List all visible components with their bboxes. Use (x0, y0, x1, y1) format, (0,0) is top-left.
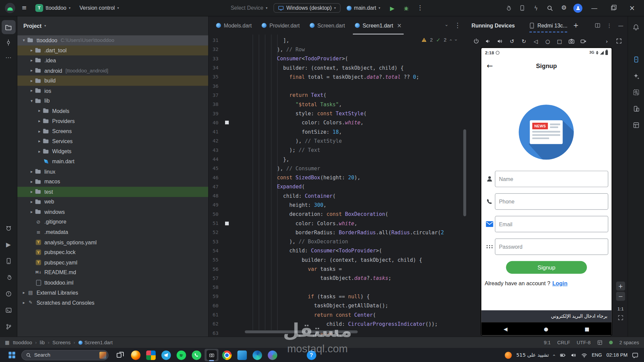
layout-icon[interactable] (629, 118, 643, 132)
line-number[interactable]: 34 (209, 65, 225, 71)
code-line-62[interactable]: 62 child: CircularProgressIndicator()); (209, 319, 467, 328)
chevron-right-icon[interactable]: ▸ (28, 79, 35, 83)
terminal-icon[interactable] (1, 303, 15, 317)
window-layout-icon[interactable]: ▦ (5, 340, 10, 345)
line-number[interactable]: 40 (209, 120, 225, 125)
code-line-41[interactable]: 41 fontSize: 18, (209, 127, 467, 136)
line-number[interactable]: 52 (209, 230, 225, 235)
code-line-32[interactable]: 32 ), // Row (209, 45, 467, 54)
zoom-reset[interactable]: 1:1 (618, 306, 624, 311)
phone-input[interactable]: Phone (495, 193, 608, 210)
tree-item-pubspec-yaml[interactable]: pubspec.yaml (17, 257, 208, 267)
code-line-50[interactable]: 50 decoration: const BoxDecoration( (209, 209, 467, 219)
tree-item-build[interactable]: ▸build (17, 76, 208, 86)
taskbar-search[interactable]: Search (21, 350, 109, 360)
add-device-icon[interactable]: + (573, 22, 579, 29)
line-number[interactable]: 43 (209, 147, 225, 153)
breadcrumb-screens[interactable]: Screens (52, 340, 70, 345)
code-line-54[interactable]: 54 child: Consumer<TodoProvider>( (209, 246, 467, 255)
line-number[interactable]: 41 (209, 129, 225, 135)
code-line-35[interactable]: 35 final total = taskObject.data?.total … (209, 72, 467, 81)
line-number[interactable]: 32 (209, 47, 225, 52)
taskbar-app-telegram[interactable] (159, 349, 173, 361)
device-screen[interactable]: 2:18 3G ← Signup (481, 48, 611, 335)
hidden-tabs-icon[interactable]: › (444, 24, 449, 26)
tray-notification-text[interactable]: تشييد على 515 (516, 352, 549, 358)
git-icon[interactable] (1, 320, 15, 334)
tree-item-models[interactable]: ▸Models (17, 106, 208, 116)
search-everywhere-button[interactable] (544, 2, 556, 14)
password-input[interactable]: Password (495, 238, 608, 255)
chevron-right-icon[interactable]: ▸ (28, 190, 35, 194)
code-line-55[interactable]: 55 builder: (context, taskObject, child)… (209, 255, 467, 264)
taskbar-app-whatsapp[interactable] (189, 349, 203, 361)
tree-item-pubspec-lock[interactable]: pubspec.lock (17, 247, 208, 257)
line-number[interactable]: 59 (209, 294, 225, 299)
indent-size[interactable]: 2 spaces (619, 340, 639, 345)
volume-down-icon[interactable] (483, 36, 494, 46)
tree-item-android[interactable]: ▸android[ttooddoo_android] (17, 66, 208, 76)
taskbar-app-camera-app[interactable] (205, 349, 219, 361)
target-device-dropdown[interactable]: Windows (desktop) ▾ (274, 3, 340, 13)
code-line-33[interactable]: 33 Consumer<TodoProvider>( (209, 54, 467, 63)
line-number[interactable]: 36 (209, 83, 225, 89)
line-number[interactable]: 63 (209, 330, 225, 336)
tree-item-lib[interactable]: ▾lib (17, 96, 208, 106)
horizontal-scrollbar[interactable] (245, 330, 358, 334)
code-line-46[interactable]: 46 const SizedBox(height: 20), (209, 173, 467, 182)
signup-button[interactable]: Signup (506, 261, 587, 274)
caret-position[interactable]: 9:1 (544, 340, 550, 345)
commit-icon[interactable] (1, 35, 15, 49)
tab-options-icon[interactable]: ⋮ (454, 22, 461, 29)
split-panel-icon[interactable] (595, 22, 600, 28)
chevron-down-icon[interactable]: ▾ (28, 99, 35, 103)
tree-item-screens[interactable]: ▸Screens (17, 126, 208, 136)
tree-item-metadata[interactable]: .metadata (17, 227, 208, 237)
nav-back-icon[interactable]: ◀ (503, 326, 507, 332)
settings-button[interactable]: ⚙ (558, 2, 570, 14)
tree-item-test[interactable]: ▸test (17, 187, 208, 197)
tree-item-ttooddoo-iml[interactable]: ttooddoo.iml (17, 278, 208, 288)
code-line-38[interactable]: 38 "$total Tasks", (209, 100, 467, 109)
login-link[interactable]: Login (552, 280, 568, 286)
line-number[interactable]: 56 (209, 266, 225, 272)
line-number[interactable]: 61 (209, 312, 225, 318)
breadcrumb-screen1-dart[interactable]: Screen1.dart (78, 340, 113, 345)
hide-panel-icon[interactable]: — (618, 23, 624, 28)
code-line-39[interactable]: 39 style: const TextStyle( (209, 109, 467, 118)
zoom-out-button[interactable]: − (616, 292, 625, 301)
tree-item-main-dart[interactable]: main.dart (17, 157, 208, 167)
code-line-47[interactable]: 47 Expanded( (209, 182, 467, 191)
editor-tab-provider-dart[interactable]: Provider.dart (257, 16, 305, 35)
code-line-56[interactable]: 56 var tasks = (209, 264, 467, 274)
tree-item-analysis-options-yaml[interactable]: analysis_options.yaml (17, 237, 208, 247)
volume-up-icon[interactable] (494, 36, 505, 46)
line-separator[interactable]: CRLF (557, 340, 570, 345)
tree-item-ttooddoo[interactable]: ▾ttooddooC:\Users\User\ttooddoo (17, 35, 208, 45)
code-line-40[interactable]: 40 color: Colors.white, (209, 118, 467, 127)
more-icon[interactable]: ⋯ (1, 51, 15, 65)
chevron-right-icon[interactable]: ▸ (28, 48, 35, 52)
chevron-right-icon[interactable]: ▸ (36, 129, 43, 133)
taskbar-app-vscode[interactable] (235, 349, 249, 361)
bell-icon[interactable] (629, 20, 643, 34)
inspections-widget[interactable]: 2 ✓ 2 › › (421, 37, 457, 43)
tree-item-gitignore[interactable]: .gitignore (17, 217, 208, 227)
code-line-43[interactable]: 43 ); // Text (209, 145, 467, 155)
line-number[interactable]: 31 (209, 38, 225, 43)
start-button[interactable] (6, 349, 18, 361)
tree-item-scratches-and-consoles[interactable]: ▸Scratches and Consoles (17, 298, 208, 308)
code-line-61[interactable]: 61 return const Center( (209, 310, 467, 319)
code-editor[interactable]: 31 ],32 ), // Row33 Consumer<TodoProvide… (209, 35, 467, 337)
device-manager-button[interactable] (516, 2, 528, 14)
chevron-right-icon[interactable]: ▸ (28, 180, 35, 184)
chevron-right-icon[interactable]: ▸ (28, 58, 35, 62)
code-line-37[interactable]: 37 return Text( (209, 90, 467, 100)
chevron-right-icon[interactable]: ▸ (28, 69, 35, 73)
code-line-34[interactable]: 34 builder: (context, taskObject, child)… (209, 63, 467, 72)
phone-device-icon[interactable] (1, 254, 15, 268)
tree-item-services[interactable]: ▸Services (17, 136, 208, 146)
rotate-right-icon[interactable]: ↻ (518, 36, 529, 46)
chevron-right-icon[interactable]: ▸ (36, 149, 43, 154)
gutter-marker[interactable] (225, 222, 229, 225)
